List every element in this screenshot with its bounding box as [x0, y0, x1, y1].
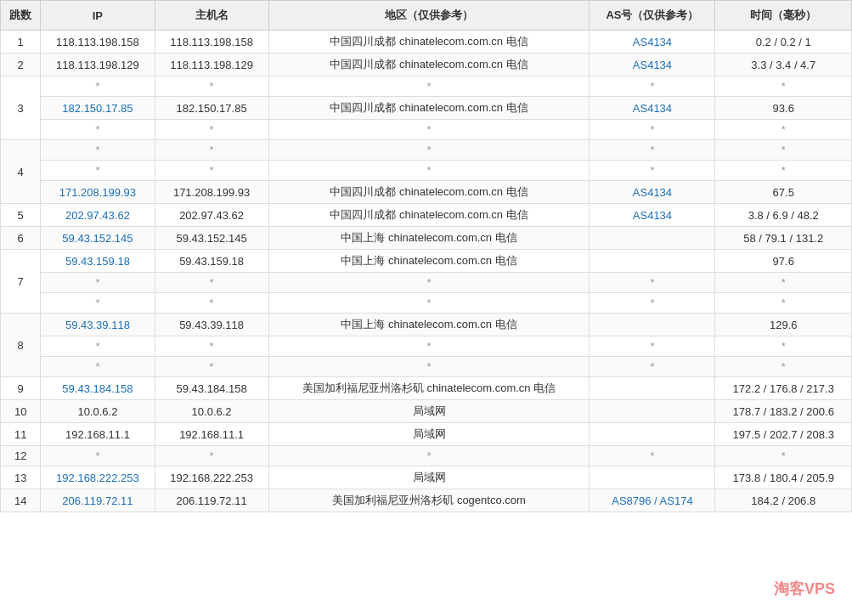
hostname-cell: 192.168.222.253 — [155, 466, 268, 489]
ip-cell: * — [41, 161, 155, 181]
table-row: 659.43.152.14559.43.152.145中国上海 chinatel… — [1, 227, 852, 250]
ip-link[interactable]: 59.43.159.18 — [65, 255, 130, 268]
hostname-cell: 202.97.43.62 — [155, 204, 268, 227]
ip-cell: * — [41, 293, 155, 314]
hostname-cell: 59.43.152.145 — [155, 227, 268, 250]
time-cell: 178.7 / 183.2 / 200.6 — [715, 400, 852, 423]
ip-cell: * — [41, 336, 155, 357]
as-cell: AS4134 — [590, 31, 715, 54]
table-row: 171.208.199.93171.208.199.93中国四川成都 china… — [1, 181, 852, 204]
as-cell: * — [590, 336, 715, 357]
ip-cell: 202.97.43.62 — [41, 204, 155, 227]
ip-cell: * — [41, 446, 155, 466]
region-cell: 中国四川成都 chinatelecom.com.cn 电信 — [268, 31, 590, 54]
time-cell: 197.5 / 202.7 / 208.3 — [715, 423, 852, 446]
as-cell: * — [590, 76, 715, 97]
as-cell — [590, 250, 715, 273]
table-row: ***** — [1, 120, 852, 140]
as-cell: AS4134 — [590, 97, 715, 120]
region-cell: 美国加利福尼亚州洛杉矶 chinatelecom.com.cn 电信 — [268, 377, 590, 400]
as-link[interactable]: AS4134 — [633, 102, 672, 115]
hostname-cell: 59.43.39.118 — [155, 314, 268, 336]
region-cell: 美国加利福尼亚州洛杉矶 cogentco.com — [268, 489, 590, 512]
hop-cell: 3 — [1, 76, 41, 140]
time-cell: 0.2 / 0.2 / 1 — [715, 31, 852, 54]
as-cell — [590, 466, 715, 489]
ip-link[interactable]: 171.208.199.93 — [59, 186, 136, 199]
ip-link[interactable]: 206.119.72.11 — [62, 494, 133, 507]
hostname-cell: 59.43.184.158 — [155, 377, 268, 400]
ip-link[interactable]: 59.43.152.145 — [62, 232, 133, 245]
hostname-cell: 206.119.72.11 — [155, 489, 268, 512]
hostname-cell: * — [155, 273, 268, 293]
hostname-cell: 171.208.199.93 — [155, 181, 268, 204]
table-row: ***** — [1, 357, 852, 377]
table-row: 14206.119.72.11206.119.72.11美国加利福尼亚州洛杉矶 … — [1, 489, 852, 512]
hostname-cell: * — [155, 120, 268, 140]
region-cell: 局域网 — [268, 423, 590, 446]
hop-cell: 13 — [1, 466, 41, 489]
table-row: 3***** — [1, 76, 852, 97]
as-cell: AS4134 — [590, 204, 715, 227]
hop-cell: 10 — [1, 400, 41, 423]
ip-link[interactable]: 59.43.39.118 — [65, 319, 130, 331]
region-cell: * — [268, 293, 590, 314]
time-cell: 58 / 79.1 / 131.2 — [715, 227, 852, 250]
time-cell: * — [715, 161, 852, 181]
ip-cell: 118.113.198.158 — [41, 31, 155, 54]
ip-cell: 206.119.72.11 — [41, 489, 155, 512]
as-link[interactable]: AS4134 — [633, 36, 672, 48]
as-cell — [590, 377, 715, 400]
hop-cell: 12 — [1, 446, 41, 466]
hop-cell: 14 — [1, 489, 41, 512]
region-cell: * — [268, 357, 590, 377]
region-cell: 中国四川成都 chinatelecom.com.cn 电信 — [268, 54, 590, 76]
col-header-as: AS号（仅供参考） — [590, 1, 715, 31]
ip-cell: 10.0.6.2 — [41, 400, 155, 423]
ip-cell: * — [41, 76, 155, 97]
ip-cell: 59.43.184.158 — [41, 377, 155, 400]
as-link[interactable]: AS4134 — [633, 186, 672, 199]
as-cell: AS4134 — [590, 54, 715, 76]
hop-cell: 7 — [1, 250, 41, 314]
table-row: 11192.168.11.1192.168.11.1局域网197.5 / 202… — [1, 423, 852, 446]
ip-cell: 192.168.11.1 — [41, 423, 155, 446]
hostname-cell: * — [155, 140, 268, 161]
ip-cell: * — [41, 140, 155, 161]
hop-cell: 11 — [1, 423, 41, 446]
ip-link[interactable]: 182.150.17.85 — [62, 102, 133, 115]
as-link[interactable]: AS8796 / AS174 — [612, 494, 692, 507]
ip-link[interactable]: 202.97.43.62 — [65, 209, 130, 222]
as-cell: * — [590, 161, 715, 181]
as-cell — [590, 400, 715, 423]
region-cell: * — [268, 336, 590, 357]
ip-link[interactable]: 192.168.222.253 — [56, 472, 139, 484]
as-cell: * — [590, 446, 715, 466]
table-row: 1118.113.198.158118.113.198.158中国四川成都 ch… — [1, 31, 852, 54]
region-cell: 中国四川成都 chinatelecom.com.cn 电信 — [268, 204, 590, 227]
ip-cell: 182.150.17.85 — [41, 97, 155, 120]
as-link[interactable]: AS4134 — [633, 59, 672, 71]
as-link[interactable]: AS4134 — [633, 209, 672, 222]
traceroute-table: 跳数 IP 主机名 地区（仅供参考） AS号（仅供参考） 时间（毫秒） 1118… — [0, 0, 852, 512]
hop-cell: 8 — [1, 314, 41, 377]
as-cell: AS4134 — [590, 181, 715, 204]
ip-link[interactable]: 59.43.184.158 — [62, 382, 133, 395]
table-row: 759.43.159.1859.43.159.18中国上海 chinatelec… — [1, 250, 852, 273]
ip-cell: 171.208.199.93 — [41, 181, 155, 204]
region-cell: * — [268, 446, 590, 466]
hostname-cell: * — [155, 336, 268, 357]
table-row: 1010.0.6.210.0.6.2局域网178.7 / 183.2 / 200… — [1, 400, 852, 423]
region-cell: 中国四川成都 chinatelecom.com.cn 电信 — [268, 181, 590, 204]
table-row: ***** — [1, 273, 852, 293]
hostname-cell: 182.150.17.85 — [155, 97, 268, 120]
as-cell: * — [590, 273, 715, 293]
hostname-cell: * — [155, 446, 268, 466]
table-row: 13192.168.222.253192.168.222.253局域网173.8… — [1, 466, 852, 489]
region-cell: * — [268, 140, 590, 161]
region-cell: 局域网 — [268, 400, 590, 423]
ip-cell: 59.43.152.145 — [41, 227, 155, 250]
region-cell: * — [268, 273, 590, 293]
time-cell: * — [715, 273, 852, 293]
as-cell: * — [590, 357, 715, 377]
